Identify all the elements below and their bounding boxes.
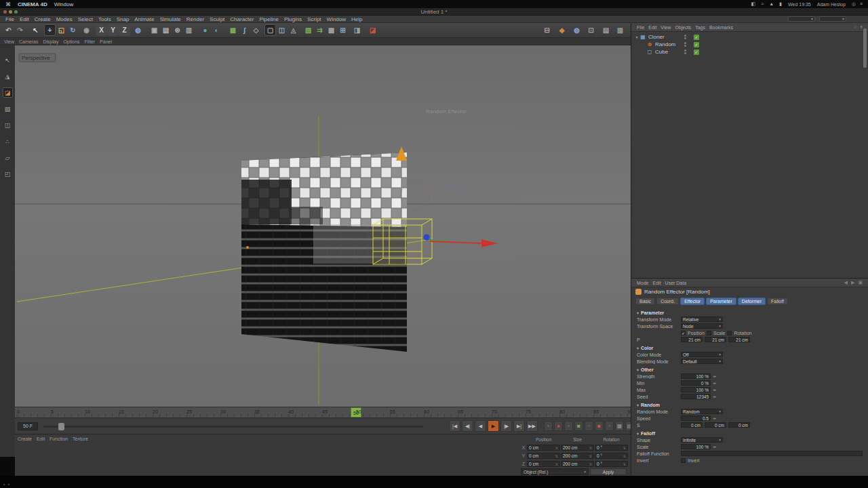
- am-menu-mode[interactable]: Mode: [637, 281, 649, 285]
- menu-modes[interactable]: Modes: [56, 16, 73, 22]
- checkbox-scale[interactable]: [707, 331, 711, 336]
- stepper-icon[interactable]: ◂▸: [713, 416, 717, 420]
- slider-thumb[interactable]: [58, 423, 64, 430]
- materials-menu-texture[interactable]: Texture: [73, 436, 88, 441]
- tab-deformer[interactable]: Deformer: [738, 298, 766, 305]
- checkbox-invert[interactable]: [681, 458, 686, 463]
- viewport-menu-panel[interactable]: Panel: [100, 39, 112, 44]
- stepper-icon[interactable]: ◂▸: [713, 394, 717, 399]
- window-titlebar[interactable]: Untitled 1 *: [0, 8, 868, 16]
- record-parameter-button[interactable]: ◦: [605, 421, 614, 431]
- record-rotation-button[interactable]: ■: [595, 421, 604, 431]
- layout-icon[interactable]: ▤: [600, 24, 612, 36]
- param-group[interactable]: ▾Falloff: [637, 430, 863, 436]
- param-group[interactable]: ▾Other: [637, 366, 863, 373]
- param-group[interactable]: ▾Color: [637, 344, 863, 351]
- coord-field-rotation-z[interactable]: 0 °⇅: [595, 461, 628, 467]
- add-spline-icon[interactable]: ∫: [239, 24, 250, 36]
- render-queue-icon[interactable]: ▥: [183, 24, 195, 36]
- coord-field-rotation-y[interactable]: 0 °⇅: [595, 453, 628, 459]
- header-icon[interactable]: ⌕: [854, 24, 857, 30]
- live-selection-icon[interactable]: ↖: [3, 55, 13, 65]
- am-menu-user-data[interactable]: User Data: [665, 281, 687, 285]
- menu-simulate[interactable]: Simulate: [160, 16, 181, 22]
- expand-icon[interactable]: ▾: [634, 35, 639, 39]
- header-icon[interactable]: ▶: [851, 280, 854, 285]
- stepper-icon[interactable]: ◂▸: [713, 388, 717, 392]
- app-name[interactable]: CINEMA 4D: [18, 1, 47, 7]
- am-menu-edit[interactable]: Edit: [653, 281, 661, 285]
- menu-pipeline[interactable]: Pipeline: [259, 16, 278, 22]
- stepper-icon[interactable]: ◂▸: [713, 445, 717, 449]
- edge-mode-icon[interactable]: ▱: [3, 152, 13, 163]
- viewport-menu-view[interactable]: View: [4, 39, 14, 44]
- param-field[interactable]: 100 %: [681, 444, 711, 449]
- record-key-button[interactable]: ◦: [544, 421, 553, 431]
- param-dropdown[interactable]: Off▾: [681, 352, 723, 357]
- object-row[interactable]: ◻Cube✓: [631, 48, 868, 56]
- menu-edit[interactable]: Edit: [20, 16, 29, 22]
- keyframe-selection-button[interactable]: ◦: [564, 421, 573, 431]
- next-frame-button[interactable]: |▶: [500, 420, 512, 432]
- object-row[interactable]: ⊛Random✓: [631, 41, 868, 48]
- autokey-button[interactable]: ●: [554, 421, 563, 431]
- texture-mode-icon[interactable]: ▨: [3, 104, 13, 114]
- timeline-ruler[interactable]: 50 051015202530354045505560657075808590: [15, 407, 631, 418]
- checkbox-rotation[interactable]: [727, 331, 732, 336]
- materials-menu-edit[interactable]: Edit: [37, 436, 45, 441]
- tab-falloff[interactable]: Falloff: [767, 298, 788, 305]
- param-dropdown[interactable]: Relative▾: [681, 317, 723, 322]
- tab-parameter[interactable]: Parameter: [706, 298, 736, 305]
- prev-key-button[interactable]: ◀|: [462, 420, 473, 432]
- snap-icon[interactable]: ⊟: [541, 24, 553, 36]
- materials-menu-function[interactable]: Function: [50, 436, 68, 441]
- viewport-3d[interactable]: Random Effector Perspective: [15, 45, 631, 407]
- coord-field-position-x[interactable]: 0 cm⇅: [527, 445, 560, 451]
- materials-menu-create[interactable]: Create: [18, 436, 32, 441]
- header-icon[interactable]: ▣: [858, 280, 863, 285]
- mograph-icon[interactable]: ▧: [302, 24, 314, 36]
- om-menu-tags[interactable]: Tags: [695, 25, 705, 30]
- param-field[interactable]: 100 %: [681, 387, 711, 392]
- menu-file[interactable]: File: [5, 16, 14, 22]
- tab-coord[interactable]: Coord.: [656, 298, 679, 305]
- projection-icon[interactable]: ◍: [571, 24, 583, 36]
- coord-field-position-z[interactable]: 0 cm⇅: [527, 461, 560, 467]
- checkbox-position[interactable]: ✓: [681, 331, 686, 336]
- menu-window[interactable]: Window: [327, 16, 346, 22]
- enabled-check[interactable]: ✓: [694, 49, 699, 55]
- menu-character[interactable]: Character: [230, 16, 254, 22]
- record-scale-button[interactable]: ◦: [585, 421, 593, 431]
- param-group[interactable]: ▾Parameter: [637, 309, 863, 316]
- menu-create[interactable]: Create: [35, 16, 51, 22]
- isolate-icon[interactable]: ⊡: [585, 24, 597, 36]
- point-mode-icon[interactable]: ∴: [3, 136, 13, 146]
- param-field[interactable]: 21 cm: [705, 337, 726, 342]
- coord-field-size-y[interactable]: 200 cm⇅: [561, 453, 594, 459]
- render-picture-icon[interactable]: ▤: [160, 24, 172, 36]
- object-row[interactable]: ▾▦Cloner✓: [631, 33, 868, 41]
- status-icon[interactable]: ≡: [860, 1, 863, 7]
- menubar-clock[interactable]: Wed 19:35: [788, 2, 811, 7]
- param-dropdown[interactable]: Default▾: [681, 359, 723, 364]
- om-menu-file[interactable]: File: [637, 25, 644, 30]
- current-frame-field[interactable]: 50 F: [18, 422, 38, 430]
- render-view-icon[interactable]: ▣: [149, 24, 160, 36]
- param-field[interactable]: [681, 451, 863, 456]
- om-menu-objects[interactable]: Objects: [675, 25, 691, 30]
- menu-script[interactable]: Script: [307, 16, 321, 22]
- workplane-icon[interactable]: ◆: [556, 24, 568, 36]
- visibility-dot[interactable]: [684, 52, 686, 54]
- visibility-dots[interactable]: [684, 35, 686, 39]
- param-field[interactable]: 12345: [681, 394, 711, 399]
- next-key-button[interactable]: ▶|: [513, 420, 525, 432]
- goto-start-button[interactable]: |◀: [449, 420, 460, 432]
- cloner-icon[interactable]: ⇉: [314, 24, 326, 36]
- param-dropdown[interactable]: Node▾: [681, 323, 723, 329]
- lock-y-icon[interactable]: Y: [107, 24, 119, 36]
- visibility-dots[interactable]: [684, 49, 686, 54]
- enabled-check[interactable]: ✓: [694, 42, 699, 47]
- om-menu-edit[interactable]: Edit: [648, 25, 656, 30]
- viewport-menu-filter[interactable]: Filter: [85, 39, 96, 44]
- param-group[interactable]: ▾Random: [637, 401, 863, 408]
